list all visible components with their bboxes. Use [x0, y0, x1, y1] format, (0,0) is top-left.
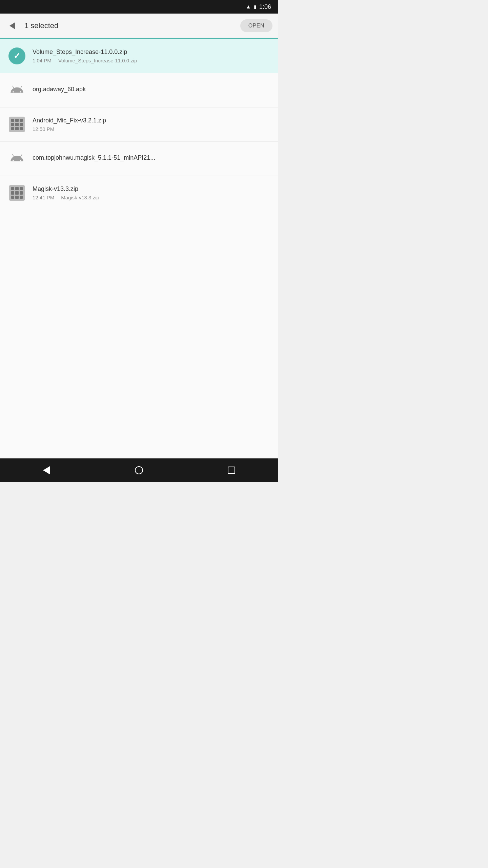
zip-grid-icon-3	[9, 117, 25, 132]
grid-dot	[20, 127, 23, 130]
file-meta-1: 1:04 PM Volume_Steps_Increase-11.0.0.zip	[33, 58, 271, 63]
nav-square-icon	[228, 467, 235, 474]
nav-back-icon	[43, 466, 50, 474]
grid-dot	[20, 187, 23, 190]
file-item-1[interactable]: Volume_Steps_Increase-11.0.0.zip 1:04 PM…	[0, 39, 278, 73]
grid-dot	[20, 196, 23, 199]
file-icon-2	[7, 80, 27, 100]
file-item-3[interactable]: Android_Mic_Fix-v3.2.1.zip 12:50 PM	[0, 107, 278, 142]
grid-dot	[15, 187, 18, 190]
file-item-4[interactable]: com.topjohnwu.magisk_5.1.1-51_minAPI21..…	[0, 142, 278, 176]
wifi-icon: ▲	[246, 4, 251, 10]
nav-recents-button[interactable]	[221, 460, 242, 480]
status-icons: ▲ ▮ 1:06	[246, 3, 271, 11]
file-name-3: Android_Mic_Fix-v3.2.1.zip	[33, 117, 271, 124]
file-icon-selected	[7, 46, 27, 66]
file-name-5: Magisk-v13.3.zip	[33, 185, 271, 193]
file-name-1: Volume_Steps_Increase-11.0.0.zip	[33, 48, 271, 56]
grid-dot	[15, 119, 18, 122]
nav-home-button[interactable]	[129, 460, 149, 480]
grid-dot	[11, 196, 14, 199]
android-icon-4	[9, 151, 25, 167]
nav-back-button[interactable]	[36, 460, 57, 480]
file-time-1: 1:04 PM	[33, 58, 52, 63]
top-app-bar: 1 selected OPEN	[0, 14, 278, 38]
bottom-nav	[0, 458, 278, 482]
file-info-2: org.adaway_60.apk	[27, 86, 271, 95]
status-bar: ▲ ▮ 1:06	[0, 0, 278, 14]
page-title: 1 selected	[24, 21, 235, 30]
status-time: 1:06	[259, 3, 271, 11]
file-info-4: com.topjohnwu.magisk_5.1.1-51_minAPI21..…	[27, 154, 271, 163]
file-name-4: com.topjohnwu.magisk_5.1.1-51_minAPI21..…	[33, 154, 271, 161]
file-icon-4	[7, 149, 27, 169]
file-subtitle-5: Magisk-v13.3.zip	[61, 195, 99, 200]
grid-dot	[11, 191, 14, 194]
android-icon-2	[9, 82, 25, 98]
grid-dot	[20, 123, 23, 126]
file-meta-5: 12:41 PM Magisk-v13.3.zip	[33, 195, 271, 200]
back-button[interactable]	[5, 19, 19, 33]
grid-dot	[15, 196, 18, 199]
grid-dot	[20, 119, 23, 122]
file-item-5[interactable]: Magisk-v13.3.zip 12:41 PM Magisk-v13.3.z…	[0, 176, 278, 210]
grid-dot	[11, 127, 14, 130]
file-name-2: org.adaway_60.apk	[33, 86, 271, 93]
grid-dot	[20, 191, 23, 194]
nav-home-icon	[135, 466, 143, 474]
file-info-5: Magisk-v13.3.zip 12:41 PM Magisk-v13.3.z…	[27, 185, 271, 200]
file-time-5: 12:41 PM	[33, 195, 54, 200]
back-arrow-icon	[9, 22, 15, 29]
grid-dot	[11, 187, 14, 190]
grid-dot	[15, 191, 18, 194]
grid-dot	[11, 119, 14, 122]
file-meta-3: 12:50 PM	[33, 126, 271, 132]
file-item-2[interactable]: org.adaway_60.apk	[0, 73, 278, 107]
checkmark-icon	[8, 47, 25, 64]
battery-icon: ▮	[254, 4, 257, 9]
open-button[interactable]: OPEN	[240, 19, 272, 32]
file-list: Volume_Steps_Increase-11.0.0.zip 1:04 PM…	[0, 39, 278, 458]
file-info-3: Android_Mic_Fix-v3.2.1.zip 12:50 PM	[27, 117, 271, 132]
grid-dot	[15, 127, 18, 130]
file-icon-3	[7, 114, 27, 135]
file-subtitle-1: Volume_Steps_Increase-11.0.0.zip	[58, 58, 137, 63]
file-time-3: 12:50 PM	[33, 126, 54, 132]
file-info-1: Volume_Steps_Increase-11.0.0.zip 1:04 PM…	[27, 48, 271, 63]
grid-dot	[15, 123, 18, 126]
zip-grid-icon-5	[9, 185, 25, 201]
file-icon-5	[7, 183, 27, 203]
grid-dot	[11, 123, 14, 126]
